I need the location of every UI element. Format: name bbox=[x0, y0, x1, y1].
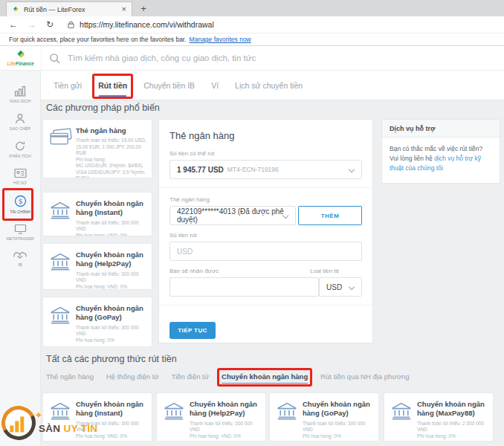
finance-dollar-icon: $ bbox=[14, 195, 27, 207]
amount-label: Số tiền rút bbox=[169, 232, 362, 239]
url-text: https://my.litefinance.com/vi/withdrawal bbox=[80, 20, 214, 29]
url-field[interactable]: https://my.litefinance.com/vi/withdrawal bbox=[68, 20, 214, 29]
method-card-help2pay-bottom[interactable]: Chuyển khoản ngân hàng (Help2Pay) Thanh … bbox=[156, 392, 266, 442]
account-select[interactable]: 1 945.77 USD MT4-ECN-719196 bbox=[169, 160, 362, 179]
support-title: Dịch vụ hỗ trợ bbox=[382, 120, 500, 138]
back-button-icon[interactable]: ← bbox=[9, 20, 18, 29]
all-methods-tabs: Thẻ ngân hàng Hệ thống điện tử Tiền điện… bbox=[46, 372, 410, 381]
san-uy-tin-logo-icon: ✦ bbox=[0, 401, 40, 445]
forward-button-icon[interactable]: → bbox=[28, 20, 36, 29]
analysis-icon bbox=[14, 140, 26, 152]
all-methods-heading: Tất cả các phương thức rút tiền bbox=[46, 354, 177, 364]
bank-icon bbox=[164, 401, 184, 423]
tab-title: Rút tiền — LiteForex bbox=[24, 6, 85, 13]
form-title: Thẻ ngân hàng bbox=[169, 130, 362, 141]
favorites-bar: For quick access, place your favorites h… bbox=[0, 33, 504, 46]
profile-card-icon bbox=[14, 168, 27, 178]
bank-icon bbox=[50, 201, 71, 222]
app-header: LiteFinance Tìm kiếm nhà giao dịch, công… bbox=[0, 46, 504, 71]
litefinance-favicon bbox=[12, 6, 19, 13]
browser-tab[interactable]: Rút tiền — LiteForex × bbox=[6, 1, 132, 16]
tab-tien-gui[interactable]: Tiền gửi bbox=[54, 81, 82, 90]
manage-favorites-link[interactable]: Manage favorites now bbox=[190, 36, 251, 43]
trade-chart-icon bbox=[14, 85, 27, 97]
sidebar-item-phan-tich[interactable]: PHÂN TÍCH bbox=[0, 136, 40, 164]
method-card-maxpay88[interactable]: Chuyển khoản ngân hàng (MaxPay88) Thanh … bbox=[384, 392, 494, 442]
new-tab-button[interactable]: + bbox=[132, 1, 155, 16]
search-icon bbox=[49, 53, 60, 64]
bank-card-select[interactable]: 422109******4013 (Đã được phê duyệt) bbox=[169, 206, 296, 225]
balance-value: 1 945.77 USD bbox=[177, 166, 224, 174]
watermark-text-san: SÀN bbox=[39, 423, 60, 434]
add-card-button[interactable]: THÊM bbox=[298, 206, 362, 225]
balance-label: Số tiền có thể rút bbox=[169, 150, 362, 157]
method-card-bank-card[interactable]: Thẻ ngân hàng Thanh toán tối thiểu: 15.0… bbox=[42, 119, 152, 178]
tab-vi[interactable]: Ví bbox=[211, 81, 219, 90]
account-number: MT4-ECN-719196 bbox=[227, 166, 279, 173]
tab-rut-tien[interactable]: Rút tiền bbox=[98, 81, 127, 90]
bank-icon bbox=[391, 401, 412, 423]
tab-close-icon[interactable]: × bbox=[122, 5, 126, 13]
bank-icon bbox=[277, 401, 297, 423]
search-input[interactable]: Tìm kiếm nhà giao dịch, công cụ giao dịc… bbox=[41, 46, 504, 70]
copy-trading-person-icon bbox=[14, 113, 26, 124]
credit-card-icon bbox=[50, 128, 72, 149]
sidebar-item-ho-so[interactable]: HỒ SƠ bbox=[0, 164, 40, 190]
bank-icon bbox=[50, 306, 71, 327]
tab-he-thong-dien-tu[interactable]: Hệ thống điện tử bbox=[106, 372, 159, 381]
currency-label: Loại tiền tệ bbox=[310, 268, 362, 274]
sidebar-item-ib[interactable]: IB bbox=[0, 246, 40, 272]
tab-chuyen-tien-ib[interactable]: Chuyển tiền IB bbox=[143, 81, 195, 90]
san-uy-tin-watermark: ✦ SÀN UY TÍN bbox=[1, 406, 97, 440]
search-placeholder: Tìm kiếm nhà giao dịch, công cụ giao dịc… bbox=[68, 54, 256, 62]
finance-nav-tabs: Tiền gửi Rút tiền Chuyển tiền IB Ví Lịch… bbox=[41, 71, 504, 100]
logo-wordmark: LiteFinance bbox=[7, 61, 33, 66]
sidebar-item-metatrader[interactable]: METATRADER bbox=[0, 219, 40, 246]
left-sidebar: GIAO DỊCH SAO CHÉP PHÂN TÍCH HỒ SƠ $ TÀI… bbox=[0, 71, 41, 446]
amount-input[interactable] bbox=[169, 242, 362, 261]
litefinance-logo-icon bbox=[15, 50, 27, 60]
active-tab-underline bbox=[222, 383, 308, 384]
watermark-text-uytin: UY TÍN bbox=[63, 423, 97, 434]
sidebar-item-tai-chinh[interactable]: $ TÀI CHÍNH bbox=[0, 190, 40, 219]
receive-label: Bạn sẽ nhận được bbox=[169, 268, 219, 274]
handshake-icon bbox=[13, 251, 27, 260]
sparkle-icon: ✦ bbox=[35, 410, 43, 421]
divider bbox=[159, 187, 372, 188]
tab-lich-su[interactable]: Lịch sử chuyển tiền bbox=[235, 81, 303, 90]
withdrawal-form: Thẻ ngân hàng Số tiền có thể rút 1 945.7… bbox=[158, 119, 373, 343]
withdrawal-page: Các phương pháp phổ biến Thẻ ngân hàng T… bbox=[41, 100, 504, 446]
bank-icon bbox=[50, 252, 71, 274]
browser-tabstrip: Rút tiền — LiteForex × + bbox=[0, 0, 504, 16]
chevron-down-icon bbox=[349, 167, 355, 172]
continue-button[interactable]: TIẾP TỤC bbox=[169, 322, 216, 339]
method-card-help2pay[interactable]: Chuyển khoản ngân hàng (Help2Pay) Thanh … bbox=[42, 243, 152, 290]
card-value: 422109******4013 (Đã được phê duyệt) bbox=[177, 207, 288, 224]
support-panel: Dịch vụ hỗ trợ Bạn có thắc mắc về việc r… bbox=[381, 119, 500, 184]
chevron-down-icon bbox=[349, 284, 355, 290]
method-card-gopay[interactable]: Chuyển khoản ngân hàng (GoPay) Thanh toá… bbox=[42, 297, 152, 347]
tab-the-ngan-hang[interactable]: Thẻ ngân hàng bbox=[46, 372, 94, 381]
tab-rut-tien-nh-dia-phuong[interactable]: Rút tiền qua NH địa phương bbox=[320, 372, 409, 381]
tab-tien-dien-tu[interactable]: Tiền điện tử bbox=[172, 372, 209, 381]
sidebar-item-sao-chep[interactable]: SAO CHÉP bbox=[0, 109, 40, 136]
active-tab-underline bbox=[99, 95, 126, 97]
divider bbox=[159, 305, 372, 306]
method-card-instant[interactable]: Chuyển khoản ngân hàng (Instant) Thanh t… bbox=[42, 192, 152, 236]
tab-chuyen-khoan-ngan-hang[interactable]: Chuyển khoản ngân hàng bbox=[222, 372, 308, 381]
card-label: Thẻ ngân hàng bbox=[169, 196, 362, 203]
svg-text:$: $ bbox=[18, 198, 22, 205]
sidebar-item-giao-dich[interactable]: GIAO DỊCH bbox=[0, 81, 40, 109]
receive-input[interactable] bbox=[169, 277, 319, 297]
method-card-gopay-bottom[interactable]: Chuyển khoản ngân hàng (GoPay) Thanh toá… bbox=[269, 392, 379, 442]
browser-window: Rút tiền — LiteForex × + ← → ↻ https://m… bbox=[0, 0, 504, 446]
main-content: Tiền gửi Rút tiền Chuyển tiền IB Ví Lịch… bbox=[41, 71, 504, 446]
lock-icon bbox=[68, 20, 74, 29]
favorites-hint-text: For quick access, place your favorites h… bbox=[9, 36, 187, 43]
currency-select[interactable]: USD bbox=[319, 277, 362, 297]
litefinance-logo[interactable]: LiteFinance bbox=[0, 46, 41, 70]
address-bar: ← → ↻ https://my.litefinance.com/vi/with… bbox=[0, 16, 504, 33]
refresh-button-icon[interactable]: ↻ bbox=[46, 20, 54, 29]
monitor-icon bbox=[14, 224, 27, 234]
popular-methods-heading: Các phương pháp phổ biến bbox=[46, 103, 160, 113]
